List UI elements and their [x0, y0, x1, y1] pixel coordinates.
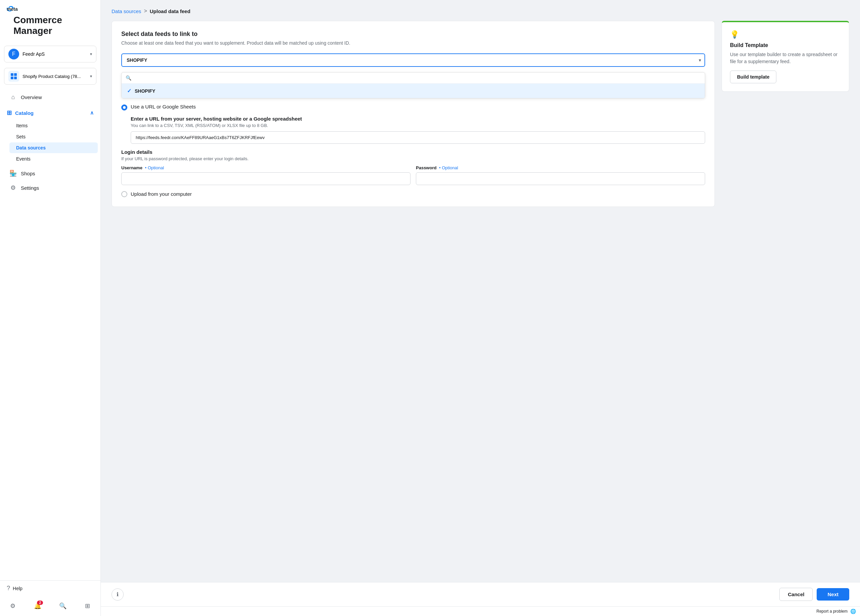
cancel-button[interactable]: Cancel: [779, 588, 813, 601]
radio-url-option[interactable]: Use a URL or Google Sheets: [121, 104, 705, 111]
dropdown-menu: 🔍 ✓ SHOPIFY: [121, 72, 705, 99]
settings-icon: ⚙: [9, 184, 17, 191]
layout-icon-glyph: ⊞: [85, 602, 90, 610]
sidebar: meta Commerce Manager F Feedr ApS ▾ Shop…: [0, 0, 101, 616]
search-bottom-icon[interactable]: 🔍: [57, 600, 69, 612]
card-subtitle: Choose at least one data feed that you w…: [121, 40, 705, 47]
svg-rect-1: [11, 73, 13, 76]
sidebar-item-settings-label: Settings: [21, 185, 39, 191]
search-icon: 🔍: [59, 602, 66, 610]
footer-left: ℹ: [111, 588, 124, 600]
right-card-description: Use our template builder to create a spr…: [730, 51, 841, 65]
app-title: Commerce Manager: [7, 13, 94, 40]
report-link[interactable]: Report a problem: [816, 609, 847, 614]
nav-section: ⌂ Overview ⊞ Catalog ∧ Items Sets Data s…: [0, 87, 100, 580]
dropdown-search-row: 🔍: [122, 72, 705, 84]
url-description: You can link to a CSV, TSV, XML (RSS/ATO…: [131, 123, 705, 128]
sidebar-item-catalog[interactable]: ⊞ Catalog ∧: [0, 106, 100, 120]
home-icon: ⌂: [9, 94, 17, 101]
sidebar-item-data-sources[interactable]: Data sources: [9, 143, 98, 153]
sidebar-item-shops-label: Shops: [21, 171, 35, 176]
meta-logo-icon: meta: [7, 5, 27, 12]
sidebar-item-catalog-label: Catalog: [15, 110, 87, 116]
password-optional: • Optional: [439, 165, 458, 170]
breadcrumb-data-sources[interactable]: Data sources: [111, 8, 141, 14]
sidebar-help-label: Help: [13, 586, 22, 591]
url-section: Enter a URL from your server, hosting we…: [121, 116, 705, 144]
sidebar-item-events[interactable]: Events: [9, 154, 98, 164]
username-label-text: Username: [121, 165, 143, 170]
sidebar-item-overview[interactable]: ⌂ Overview: [3, 90, 98, 104]
settings-bottom-icon[interactable]: ⚙: [7, 600, 19, 612]
dropdown-option-shopify-label: SHOPIFY: [135, 88, 155, 94]
login-title: Login details: [121, 149, 705, 155]
login-description: If your URL is password protected, pleas…: [121, 156, 705, 161]
catalog-name: Shopify Product Catalog (78...: [22, 74, 87, 79]
next-button[interactable]: Next: [817, 588, 849, 600]
sidebar-bottom-icons: ⚙ 🔔 2 🔍 ⊞: [0, 596, 100, 616]
notifications-icon[interactable]: 🔔 2: [31, 600, 44, 612]
dropdown-wrapper: SHOPIFY ▾: [121, 53, 705, 67]
breadcrumb: Data sources > Upload data feed: [111, 8, 849, 14]
url-title: Enter a URL from your server, hosting we…: [131, 116, 705, 122]
bulb-icon: 💡: [730, 30, 841, 39]
upload-option[interactable]: Upload from your computer: [121, 190, 705, 197]
svg-rect-4: [14, 77, 17, 79]
login-fields: Username • Optional Password • Optional: [121, 165, 705, 185]
breadcrumb-current: Upload data feed: [150, 8, 190, 14]
build-template-button[interactable]: Build template: [730, 71, 776, 83]
notifications-badge: 2: [37, 600, 43, 605]
info-button[interactable]: ℹ: [111, 588, 124, 600]
meta-logo: meta: [7, 5, 94, 12]
card-title: Select data feeds to link to: [121, 31, 705, 38]
footer-right: Cancel Next: [779, 588, 849, 601]
username-optional: • Optional: [145, 165, 164, 170]
right-card-title: Build Template: [730, 42, 841, 49]
username-input[interactable]: [121, 172, 411, 185]
radio-url-dot: [121, 105, 127, 111]
account-name: Feedr ApS: [22, 52, 87, 57]
login-section: Login details If your URL is password pr…: [121, 149, 705, 185]
content-grid: Select data feeds to link to Choose at l…: [111, 21, 849, 207]
main-content: Data sources > Upload data feed Select d…: [101, 0, 860, 616]
settings-icon-glyph: ⚙: [10, 602, 16, 610]
sidebar-item-settings[interactable]: ⚙ Settings: [3, 181, 98, 195]
account-icon: F: [8, 49, 19, 60]
password-field: Password • Optional: [416, 165, 705, 185]
help-icon: ?: [7, 585, 10, 592]
catalog-collapse-icon: ∧: [90, 110, 94, 116]
svg-rect-3: [11, 77, 13, 79]
svg-rect-2: [14, 73, 17, 76]
catalog-chevron-icon: ▾: [90, 74, 92, 78]
sidebar-item-shops[interactable]: 🏪 Shops: [3, 166, 98, 180]
right-card: 💡 Build Template Use our template builde…: [722, 21, 849, 92]
main-card: Select data feeds to link to Choose at l…: [111, 21, 715, 207]
username-label: Username • Optional: [121, 165, 411, 170]
url-input[interactable]: [131, 131, 705, 144]
username-field: Username • Optional: [121, 165, 411, 185]
sidebar-item-items[interactable]: Items: [9, 120, 98, 131]
upload-label: Upload from your computer: [131, 191, 192, 197]
dropdown-search-icon: 🔍: [126, 75, 131, 81]
dropdown-search-input[interactable]: [134, 75, 701, 81]
account-chevron-icon: ▾: [90, 52, 92, 56]
radio-url-label: Use a URL or Google Sheets: [131, 104, 196, 110]
breadcrumb-separator: >: [144, 8, 147, 14]
account-selector[interactable]: F Feedr ApS ▾: [4, 46, 96, 63]
svg-text:meta: meta: [7, 6, 18, 12]
main-inner: Data sources > Upload data feed Select d…: [101, 0, 860, 582]
password-label-text: Password: [416, 165, 436, 170]
password-input[interactable]: [416, 172, 705, 185]
feed-dropdown[interactable]: SHOPIFY: [121, 53, 705, 67]
password-label: Password • Optional: [416, 165, 705, 170]
sidebar-item-sets[interactable]: Sets: [9, 131, 98, 142]
layout-icon[interactable]: ⊞: [82, 600, 94, 612]
footer-bar: ℹ Cancel Next: [101, 582, 860, 606]
sidebar-help[interactable]: ? Help: [0, 580, 100, 596]
dropdown-option-shopify-item[interactable]: ✓ SHOPIFY: [122, 84, 705, 98]
radio-upload-dot: [121, 191, 127, 197]
catalog-icon: [8, 71, 19, 82]
report-bar: Report a problem 🌐: [101, 606, 860, 616]
catalog-selector[interactable]: Shopify Product Catalog (78... ▾: [4, 68, 96, 85]
sidebar-item-overview-label: Overview: [21, 94, 42, 100]
